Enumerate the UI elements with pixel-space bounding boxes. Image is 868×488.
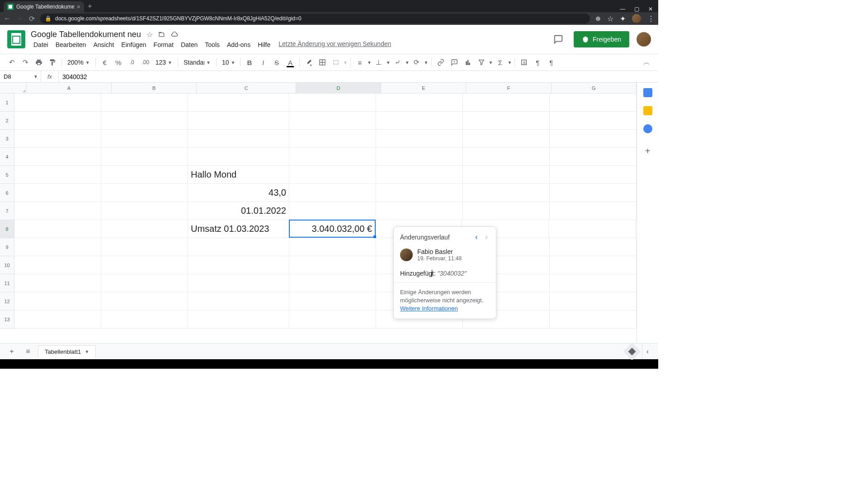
menu-addons[interactable]: Add-ons (224, 40, 253, 49)
zoom-icon[interactable]: ⊕ (595, 15, 601, 22)
menu-icon[interactable]: ⋮ (647, 14, 655, 23)
percent-button[interactable]: % (112, 56, 125, 69)
close-tab-icon[interactable]: × (77, 3, 80, 10)
bookmark-icon[interactable]: ☆ (607, 14, 613, 23)
explore-button[interactable] (623, 343, 641, 361)
format-type-select[interactable]: Standard (...▼ (181, 59, 213, 66)
strikethrough-button[interactable]: S (270, 56, 283, 69)
row-header[interactable]: 6 (0, 184, 14, 202)
row-header[interactable]: 10 (0, 256, 14, 274)
row-header[interactable]: 5 (0, 166, 14, 184)
all-sheets-button[interactable]: ≡ (22, 345, 34, 358)
row-header[interactable]: 13 (0, 310, 14, 328)
decrease-decimal-button[interactable]: .0 (126, 56, 138, 69)
menu-help[interactable]: Hilfe (255, 40, 273, 49)
tasks-sidepanel-icon[interactable] (643, 124, 652, 133)
minimize-icon[interactable]: — (620, 6, 625, 12)
col-header-d[interactable]: D (296, 83, 381, 93)
merge-button[interactable] (330, 56, 342, 69)
profile-avatar[interactable] (632, 14, 641, 23)
extensions-icon[interactable]: ✦ (620, 14, 626, 23)
history-next-icon[interactable]: › (483, 232, 490, 242)
number-format-select[interactable]: 123▼ (153, 59, 175, 66)
cell-c5[interactable]: Hallo Mond (188, 166, 289, 184)
row-header[interactable]: 9 (0, 238, 14, 256)
col-header-a[interactable]: A (27, 83, 112, 93)
row-header[interactable]: 1 (0, 94, 14, 112)
functions-button[interactable]: Σ (494, 56, 506, 69)
expand-sidepanel-icon[interactable]: ‹ (642, 343, 653, 359)
sheet-tab-dropdown-icon[interactable]: ▼ (85, 349, 89, 354)
browser-tab[interactable]: Google Tabellendokument neu - × (4, 1, 84, 12)
row-header[interactable]: 4 (0, 148, 14, 166)
font-size-select[interactable]: 10▼ (219, 59, 237, 66)
redo-button[interactable]: ↷ (19, 56, 32, 69)
print-button[interactable] (33, 56, 45, 69)
cell-c6[interactable]: 43,0 (188, 184, 289, 202)
functions-dropdown[interactable]: ▼ (507, 60, 512, 65)
reload-icon[interactable]: ⟳ (29, 14, 35, 23)
formula-input[interactable]: 3040032 (59, 73, 658, 80)
share-button[interactable]: Freigeben (574, 31, 629, 47)
menu-edit[interactable]: Bearbeiten (53, 40, 89, 49)
text-color-button[interactable]: A (284, 56, 297, 69)
sheets-logo[interactable] (7, 30, 25, 48)
increase-decimal-button[interactable]: .00 (139, 56, 152, 69)
col-header-e[interactable]: E (381, 83, 466, 93)
url-bar[interactable]: 🔒 docs.google.com/spreadsheets/d/1SF42SZ… (40, 14, 590, 23)
cloud-status-icon[interactable] (171, 31, 178, 38)
keep-sidepanel-icon[interactable] (643, 106, 652, 115)
col-header-f[interactable]: F (466, 83, 551, 93)
wrap-button[interactable]: ⤶ (392, 56, 404, 69)
menu-view[interactable]: Ansicht (90, 40, 117, 49)
input-tool2[interactable]: ¶ (531, 56, 544, 69)
cell-c7[interactable]: 01.01.2022 (188, 202, 289, 220)
add-sidepanel-icon[interactable]: + (645, 146, 651, 156)
forward-icon[interactable]: → (16, 14, 24, 23)
wrap-dropdown[interactable]: ▼ (405, 60, 410, 65)
cell-c8[interactable]: Umsatz 01.03.2023 (188, 220, 289, 238)
row-header[interactable]: 3 (0, 130, 14, 148)
menu-tools[interactable]: Tools (202, 40, 222, 49)
comment-button[interactable] (448, 56, 461, 69)
h-align-dropdown[interactable]: ▼ (367, 60, 372, 65)
rotate-button[interactable]: ⟳ (410, 56, 423, 69)
currency-button[interactable]: € (99, 56, 111, 69)
back-icon[interactable]: ← (4, 14, 11, 23)
undo-button[interactable]: ↶ (5, 56, 18, 69)
h-align-button[interactable]: ≡ (354, 56, 366, 69)
row-header[interactable]: 2 (0, 112, 14, 130)
col-header-b[interactable]: B (112, 83, 197, 93)
zoom-select[interactable]: 200%▼ (65, 59, 93, 66)
collapse-toolbar-icon[interactable]: ︿ (640, 56, 653, 69)
comments-button[interactable] (550, 31, 566, 47)
close-window-icon[interactable]: ✕ (648, 6, 653, 12)
user-avatar[interactable] (637, 32, 651, 47)
menu-file[interactable]: Datei (31, 40, 51, 49)
italic-button[interactable]: I (257, 56, 269, 69)
menu-format[interactable]: Format (151, 40, 176, 49)
v-align-dropdown[interactable]: ▼ (386, 60, 391, 65)
input-tool3[interactable]: ¶ (545, 56, 557, 69)
move-icon[interactable] (158, 31, 165, 38)
history-more-info-link[interactable]: Weitere Informationen (400, 305, 458, 312)
cell-d8-selected[interactable]: 3.040.032,00 € (289, 220, 376, 238)
spreadsheet-grid[interactable]: A B C D E F G 1 2 3 4 5 6 7 8 9 10 11 12… (0, 83, 637, 343)
col-header-c[interactable]: C (197, 83, 296, 93)
rotate-dropdown[interactable]: ▼ (424, 60, 429, 65)
paint-format-button[interactable] (46, 56, 59, 69)
row-header[interactable]: 7 (0, 202, 14, 220)
history-prev-icon[interactable]: ‹ (473, 232, 480, 242)
row-header[interactable]: 11 (0, 274, 14, 292)
col-header-g[interactable]: G (552, 83, 637, 93)
name-box[interactable]: D8 ▼ (0, 73, 41, 80)
document-title[interactable]: Google Tabellendokument neu (31, 30, 141, 39)
maximize-icon[interactable]: ▢ (634, 6, 639, 12)
last-edit-link[interactable]: Letzte Änderung vor wenigen Sekunden (278, 40, 391, 49)
v-align-button[interactable]: ⊥ (373, 56, 385, 69)
menu-insert[interactable]: Einfügen (118, 40, 149, 49)
borders-button[interactable] (316, 56, 329, 69)
sheet-tab[interactable]: Tabellenblatt1 ▼ (38, 345, 96, 358)
input-tool1[interactable]: あ (518, 56, 530, 69)
filter-dropdown[interactable]: ▼ (489, 60, 493, 65)
